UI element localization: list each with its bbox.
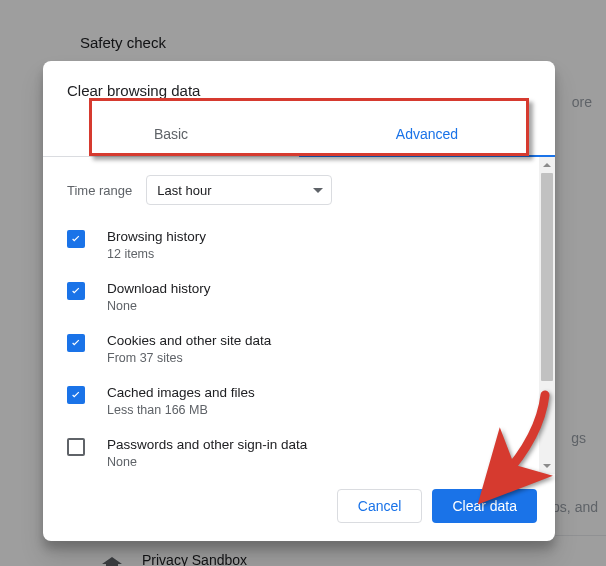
time-range-select[interactable]: Last hour: [146, 175, 332, 205]
item-title: Download history: [107, 281, 211, 296]
scrollbar-down-icon[interactable]: [539, 458, 555, 474]
dialog-tabs: Basic Advanced: [43, 113, 555, 157]
item-download-history[interactable]: Download history None: [43, 271, 537, 323]
item-browsing-history[interactable]: Browsing history 12 items: [43, 219, 537, 271]
time-range-label: Time range: [67, 183, 132, 198]
scrollbar-track[interactable]: [539, 157, 555, 474]
checkbox-cached-images[interactable]: [67, 386, 85, 404]
item-subtitle: From 37 sites: [107, 351, 271, 365]
truncated-text-gs: gs: [571, 430, 586, 446]
time-range-row: Time range Last hour: [43, 157, 537, 219]
item-subtitle: None: [107, 455, 307, 469]
item-cookies[interactable]: Cookies and other site data From 37 site…: [43, 323, 537, 375]
item-subtitle: Less than 166 MB: [107, 403, 255, 417]
checkbox-download-history[interactable]: [67, 282, 85, 300]
scrollbar-thumb[interactable]: [541, 173, 553, 381]
item-title: Passwords and other sign-in data: [107, 437, 307, 452]
checkbox-passwords[interactable]: [67, 438, 85, 456]
tab-basic[interactable]: Basic: [43, 113, 299, 156]
tab-advanced[interactable]: Advanced: [299, 113, 555, 156]
chevron-down-icon: [313, 188, 323, 193]
item-title: Cookies and other site data: [107, 333, 271, 348]
dialog-scroll-area: Time range Last hour Browsing history 12…: [43, 157, 555, 474]
checkbox-cookies[interactable]: [67, 334, 85, 352]
scrollbar-up-icon[interactable]: [539, 157, 555, 173]
dialog-title: Clear browsing data: [43, 61, 555, 113]
item-passwords[interactable]: Passwords and other sign-in data None: [43, 427, 537, 474]
time-range-value: Last hour: [157, 183, 211, 198]
clear-data-button[interactable]: Clear data: [432, 489, 537, 523]
item-title: Browsing history: [107, 229, 206, 244]
item-title: Cached images and files: [107, 385, 255, 400]
clear-browsing-data-dialog: Clear browsing data Basic Advanced Time …: [43, 61, 555, 541]
item-cached-images[interactable]: Cached images and files Less than 166 MB: [43, 375, 537, 427]
cancel-button[interactable]: Cancel: [337, 489, 423, 523]
item-subtitle: None: [107, 299, 211, 313]
dialog-footer: Cancel Clear data: [43, 474, 555, 541]
checkbox-browsing-history[interactable]: [67, 230, 85, 248]
item-subtitle: 12 items: [107, 247, 206, 261]
truncated-text-more: ore: [572, 94, 592, 110]
